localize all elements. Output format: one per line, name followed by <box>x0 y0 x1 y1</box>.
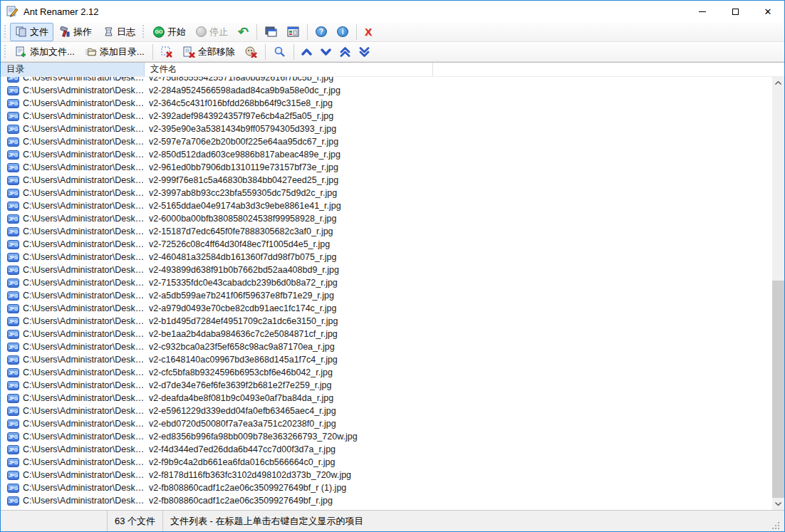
resize-grip-icon[interactable] <box>778 522 779 523</box>
stop-button: 停止 <box>191 23 233 41</box>
close-button[interactable]: ✕ <box>752 1 784 22</box>
jpg-file-icon: JPG <box>7 227 19 236</box>
move-down-button[interactable] <box>316 43 336 61</box>
table-row[interactable]: JPG C:\Users\Administrator\Desktop\... v… <box>1 161 772 174</box>
table-row[interactable]: JPG C:\Users\Administrator\Desktop\... v… <box>1 97 772 110</box>
column-header-filename[interactable]: 文件名 <box>145 63 433 76</box>
table-row[interactable]: JPG C:\Users\Administrator\Desktop\... v… <box>1 187 772 199</box>
operations-panel-button[interactable]: 操作 <box>53 23 97 41</box>
table-row[interactable]: JPG C:\Users\Administrator\Desktop\... v… <box>1 289 772 302</box>
undo-button[interactable]: ↶ <box>233 24 254 40</box>
move-bottom-button[interactable] <box>355 43 374 61</box>
table-row[interactable]: JPG C:\Users\Administrator\Desktop\... v… <box>1 199 772 212</box>
log-panel-label: 日志 <box>117 26 135 38</box>
help-icon: ? <box>316 26 327 37</box>
remove-selected-button[interactable] <box>156 43 178 61</box>
table-row[interactable]: JPG C:\Users\Administrator\Desktop\... v… <box>1 366 772 379</box>
info-icon: i <box>337 26 348 37</box>
jpg-file-icon: JPG <box>7 381 19 390</box>
jpg-file-icon: JPG <box>7 163 19 172</box>
table-row[interactable]: JPG C:\Users\Administrator\Desktop\... v… <box>1 353 772 366</box>
toolbar-gripper[interactable] <box>4 45 8 59</box>
table-row[interactable]: JPG C:\Users\Administrator\Desktop\... v… <box>1 405 772 417</box>
new-window-button[interactable] <box>260 24 282 41</box>
add-files-button[interactable]: 添加文件... <box>10 43 80 61</box>
table-row[interactable]: JPG C:\Users\Administrator\Desktop\... v… <box>1 135 772 148</box>
row-directory: C:\Users\Administrator\Desktop\... <box>23 214 145 224</box>
log-panel-button[interactable]: 日志 <box>97 23 140 41</box>
jpg-file-icon: JPG <box>7 368 19 377</box>
window-icon <box>265 26 277 38</box>
table-row[interactable]: JPG C:\Users\Administrator\Desktop\... v… <box>1 392 772 405</box>
row-directory: C:\Users\Administrator\Desktop\... <box>23 406 145 416</box>
table-row[interactable]: JPG C:\Users\Administrator\Desktop\... v… <box>1 469 772 481</box>
maximize-button[interactable] <box>719 1 752 22</box>
move-top-button[interactable] <box>336 43 355 61</box>
scrollbar-thumb[interactable] <box>772 281 784 498</box>
table-row[interactable]: JPG C:\Users\Administrator\Desktop\... v… <box>1 302 772 315</box>
jpg-file-icon: JPG <box>7 253 19 262</box>
table-row[interactable]: JPG C:\Users\Administrator\Desktop\... v… <box>1 417 772 430</box>
toolbar-gripper[interactable] <box>4 25 8 39</box>
table-row[interactable]: JPG C:\Users\Administrator\Desktop\... v… <box>1 494 772 507</box>
row-filename: v2-6000ba00bfb380858024538f99958928_r.jp… <box>145 214 336 224</box>
table-row[interactable]: JPG C:\Users\Administrator\Desktop\... v… <box>1 212 772 225</box>
row-directory: C:\Users\Administrator\Desktop\... <box>23 150 145 160</box>
table-row[interactable]: JPG C:\Users\Administrator\Desktop\... v… <box>1 84 772 97</box>
start-button[interactable]: GO 开始 <box>148 23 191 41</box>
scroll-down-button[interactable] <box>772 498 784 510</box>
table-row[interactable]: JPG C:\Users\Administrator\Desktop\... v… <box>1 264 772 276</box>
table-row[interactable]: JPG C:\Users\Administrator\Desktop\... v… <box>1 456 772 469</box>
table-row[interactable]: JPG C:\Users\Administrator\Desktop\... v… <box>1 340 772 353</box>
row-directory: C:\Users\Administrator\Desktop\... <box>23 188 145 198</box>
column-header-directory[interactable]: 目录 <box>1 63 145 76</box>
table-row[interactable]: JPG C:\Users\Administrator\Desktop\... v… <box>1 225 772 238</box>
row-directory: C:\Users\Administrator\Desktop\... <box>23 342 145 352</box>
row-directory: C:\Users\Administrator\Desktop\... <box>23 265 145 275</box>
remove-all-icon <box>183 46 195 58</box>
table-row[interactable]: JPG C:\Users\Administrator\Desktop\... v… <box>1 148 772 161</box>
about-button[interactable]: i <box>332 24 353 40</box>
scroll-up-button[interactable] <box>772 77 784 89</box>
help-button[interactable]: ? <box>311 24 332 40</box>
minimize-button[interactable] <box>686 1 719 22</box>
row-filename: v2-715335fdc0e43cabadcb239b6d0b8a72_r.jp… <box>145 278 338 288</box>
table-row[interactable]: JPG C:\Users\Administrator\Desktop\... v… <box>1 315 772 328</box>
table-row[interactable]: JPG C:\Users\Administrator\Desktop\... v… <box>1 122 772 135</box>
toolbar-gripper[interactable] <box>142 25 146 39</box>
table-row[interactable]: JPG C:\Users\Administrator\Desktop\... v… <box>1 174 772 187</box>
row-directory: C:\Users\Administrator\Desktop\... <box>23 419 145 429</box>
row-filename: v2-72526c08c4ff64d30f48ec7f1005d4e5_r.jp… <box>145 239 330 249</box>
files-panel-button[interactable]: 文件 <box>10 23 53 41</box>
toolbar-separator <box>356 24 357 40</box>
table-row[interactable]: JPG C:\Users\Administrator\Desktop\... v… <box>1 430 772 443</box>
options-button[interactable] <box>282 24 304 41</box>
jpg-file-icon: JPG <box>7 202 19 211</box>
remove-missing-button[interactable] <box>240 43 262 61</box>
move-up-button[interactable] <box>297 43 316 61</box>
hammer-icon <box>58 26 71 38</box>
toolbar-separator <box>256 24 257 40</box>
vertical-scrollbar[interactable] <box>772 77 784 510</box>
preview-button[interactable] <box>269 43 291 61</box>
table-row[interactable]: JPG C:\Users\Administrator\Desktop\... v… <box>1 251 772 264</box>
undo-icon: ↶ <box>238 27 249 37</box>
table-row[interactable]: JPG C:\Users\Administrator\Desktop\... v… <box>1 238 772 251</box>
table-row[interactable]: JPG C:\Users\Administrator\Desktop\... v… <box>1 276 772 289</box>
table-row[interactable]: JPG C:\Users\Administrator\Desktop\... v… <box>1 110 772 122</box>
remove-all-button[interactable]: 全部移除 <box>178 43 240 61</box>
row-filename: v2-364c5c431f016bfdd268bb64f9c315e8_r.jp… <box>145 98 333 108</box>
row-filename: v2-c932bca0a23f5ef658c98ac9a87170ea_r.jp… <box>145 342 335 352</box>
files-panel-label: 文件 <box>30 26 48 38</box>
table-row[interactable]: JPG C:\Users\Administrator\Desktop\... v… <box>1 328 772 340</box>
table-row[interactable]: JPG C:\Users\Administrator\Desktop\... v… <box>1 379 772 392</box>
add-folders-button[interactable]: 添加目录... <box>80 43 150 61</box>
exit-button[interactable]: X <box>360 23 377 41</box>
row-filename: v2-460481a32584db161360f7dd98f7b075_r.jp… <box>145 252 336 262</box>
row-filename: v2-395e90e3a5381434b9ff05794305d393_r.jp… <box>145 124 336 134</box>
table-row[interactable]: JPG C:\Users\Administrator\Desktop\... v… <box>1 481 772 494</box>
jpg-file-icon: JPG <box>7 496 19 506</box>
table-row[interactable]: JPG C:\Users\Administrator\Desktop\... v… <box>1 443 772 456</box>
window-title: Ant Renamer 2.12 <box>24 6 99 17</box>
row-filename: v2-597e7a706e2b20b00f225e64aa95dc67_r.jp… <box>145 137 338 147</box>
